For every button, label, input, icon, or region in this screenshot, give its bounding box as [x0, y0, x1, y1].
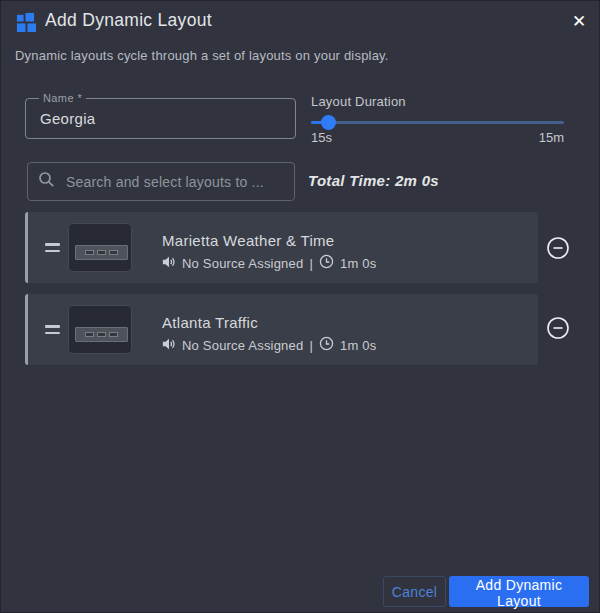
layout-meta: No Source Assigned | 1m 0s: [162, 254, 376, 272]
layout-thumbnail: [68, 223, 132, 272]
close-icon: ✕: [572, 11, 586, 32]
layout-row-marietta[interactable]: Marietta Weather & Time No Source Assign…: [25, 212, 538, 283]
name-input[interactable]: [26, 99, 295, 138]
meta-separator: |: [309, 338, 313, 353]
cancel-button[interactable]: Cancel: [383, 576, 446, 607]
layout-thumbnail-ticker: [75, 327, 128, 342]
slider-thumb[interactable]: [321, 115, 336, 130]
name-field: Name *: [25, 98, 296, 139]
layout-duration: 1m 0s: [340, 338, 376, 353]
meta-separator: |: [309, 256, 313, 271]
remove-layout-button-marietta[interactable]: [546, 236, 570, 260]
layout-source: No Source Assigned: [182, 256, 303, 271]
slider-max-label: 15m: [539, 130, 564, 145]
add-dynamic-layout-dialog: Add Dynamic Layout ✕ Dynamic layouts cyc…: [0, 0, 600, 613]
audio-source-icon: [162, 337, 176, 354]
search-icon: [38, 171, 55, 192]
add-dynamic-layout-button[interactable]: Add Dynamic Layout: [449, 576, 589, 607]
clock-icon: [319, 254, 334, 272]
total-time-label: Total Time: 2m 0s: [308, 172, 439, 189]
layout-thumbnail: [68, 305, 132, 354]
dialog-title: Add Dynamic Layout: [45, 10, 212, 31]
layout-search-box[interactable]: [27, 162, 295, 201]
layout-title: Atlanta Traffic: [162, 314, 258, 331]
drag-handle-icon[interactable]: [45, 325, 60, 334]
search-input[interactable]: [64, 173, 284, 191]
minus-circle-icon: [546, 328, 570, 343]
layout-duration-slider[interactable]: [311, 115, 564, 129]
drag-handle-icon[interactable]: [45, 243, 60, 252]
slider-track[interactable]: [311, 121, 564, 124]
dynamic-layout-icon: [15, 11, 36, 32]
audio-source-icon: [162, 255, 176, 272]
layout-source: No Source Assigned: [182, 338, 303, 353]
clock-icon: [319, 336, 334, 354]
slider-range-labels: 15s 15m: [311, 130, 564, 145]
layout-duration: 1m 0s: [340, 256, 376, 271]
layout-meta: No Source Assigned | 1m 0s: [162, 336, 376, 354]
layout-title: Marietta Weather & Time: [162, 232, 335, 249]
slider-min-label: 15s: [311, 130, 332, 145]
dialog-description: Dynamic layouts cycle through a set of l…: [15, 48, 389, 63]
layout-thumbnail-ticker: [75, 245, 128, 260]
remove-layout-button-atlanta[interactable]: [546, 316, 570, 340]
layout-duration-label: Layout Duration: [311, 94, 406, 109]
minus-circle-icon: [546, 248, 570, 263]
layout-row-atlanta[interactable]: Atlanta Traffic No Source Assigned | 1m …: [25, 294, 538, 365]
close-button[interactable]: ✕: [565, 7, 593, 35]
